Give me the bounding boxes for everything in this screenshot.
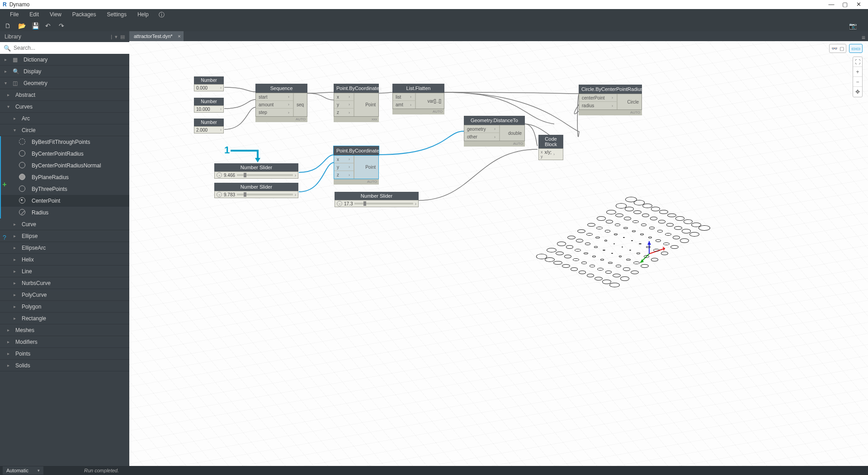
menu-edit[interactable]: Edit bbox=[24, 9, 44, 20]
lib-node-bythreepoints[interactable]: ByThreePoints bbox=[0, 183, 129, 195]
lib-node-byplaneradius[interactable]: ByPlaneRadius bbox=[0, 171, 129, 183]
lib-cat-meshes[interactable]: ▸Meshes bbox=[0, 324, 129, 336]
axis-gizmo bbox=[640, 240, 676, 267]
save-icon[interactable]: 💾 bbox=[32, 22, 45, 29]
glasses-icon: 👓 bbox=[831, 46, 838, 52]
lib-node-centerpoint[interactable]: CenterPoint bbox=[0, 195, 129, 207]
info-icon[interactable]: ⓘ bbox=[159, 11, 168, 19]
window-title: Dynamo bbox=[9, 1, 30, 8]
open-icon[interactable]: 📂 bbox=[18, 22, 32, 29]
menu-settings[interactable]: Settings bbox=[102, 9, 132, 20]
menubar: File Edit View Packages Settings Help ⓘ bbox=[0, 9, 868, 20]
statusbar: Automatic ▾ Run completed. bbox=[0, 466, 868, 475]
lib-cat-polygon[interactable]: ▸Polygon bbox=[0, 301, 129, 313]
lib-cat-curve[interactable]: ▸Curve bbox=[0, 218, 129, 230]
node-listflatten[interactable]: List.Flatten list› amt› var[]..[] AUTO bbox=[392, 84, 444, 114]
menu-help[interactable]: Help bbox=[132, 9, 154, 20]
lib-node-bybestfit[interactable]: ByBestFitThroughPoints bbox=[0, 136, 129, 148]
menu-packages[interactable]: Packages bbox=[67, 9, 102, 20]
lib-cat-abstract[interactable]: ▸Abstract bbox=[0, 89, 129, 101]
lib-node-radius[interactable]: Radius bbox=[0, 207, 129, 218]
library-panel: Library | ▾ ▤ 🔍 + ? ▸▦Dictionary ▸🔍Displ… bbox=[0, 31, 129, 466]
lib-cat-ellipse[interactable]: ▸Ellipse bbox=[0, 230, 129, 242]
app-logo: R bbox=[3, 1, 7, 8]
lib-node-bycenterpointradiusnormal[interactable]: ByCenterPointRadiusNormal bbox=[0, 160, 129, 171]
node-sequence[interactable]: Sequence start› amount› step› seq AUTO bbox=[255, 84, 307, 122]
view-3d-button[interactable]: 👓▢ bbox=[829, 44, 846, 53]
node-distanceto[interactable]: Geometry.DistanceTo geometry› other› dou… bbox=[464, 116, 525, 147]
lib-cat-solids[interactable]: ▸Solids bbox=[0, 360, 129, 371]
view-toggle-bar: 👓▢ ▭▭ bbox=[829, 44, 863, 53]
toolbar: 🗋 📂 💾 ↶ ↷ 📷 bbox=[0, 20, 868, 31]
node-pointbycoords-2[interactable]: Point.ByCoordinates x› y› z› Point AUTO bbox=[334, 146, 379, 185]
new-icon[interactable]: 🗋 bbox=[5, 22, 18, 29]
library-header: Library | ▾ ▤ bbox=[0, 31, 129, 42]
close-button[interactable]: ✕ bbox=[852, 0, 865, 9]
lib-cat-dictionary[interactable]: ▸▦Dictionary bbox=[0, 54, 129, 66]
node-codeblock[interactable]: Code Block x y x/y; › bbox=[538, 135, 563, 160]
library-gutter: + ? bbox=[0, 180, 9, 241]
menu-view[interactable]: View bbox=[44, 9, 67, 20]
lib-node-bycenterpointradius[interactable]: ByCenterPointRadius bbox=[0, 148, 129, 160]
redo-icon[interactable]: ↷ bbox=[59, 22, 72, 29]
lib-cat-circle[interactable]: ▾Circle bbox=[0, 124, 129, 136]
lib-cat-rectangle[interactable]: ▸Rectangle bbox=[0, 313, 129, 324]
tabbar: attractorTest.dyn* × ≡ bbox=[129, 31, 868, 41]
slider-expand-icon[interactable]: ⌄ bbox=[217, 172, 222, 178]
run-mode-selector[interactable]: Automatic ▾ bbox=[3, 466, 43, 475]
cube-icon: ▢ bbox=[840, 46, 844, 52]
workspace[interactable]: attractorTest.dyn* × ≡ 👓▢ ▭▭ ⛶ + − ✥ bbox=[129, 31, 868, 466]
node-circle[interactable]: Circle.ByCenterPointRadius centerPoint› … bbox=[579, 85, 642, 115]
search-input[interactable] bbox=[14, 45, 126, 51]
graph-icon: ▭▭ bbox=[851, 46, 860, 52]
tab-menu-icon[interactable]: ≡ bbox=[862, 34, 868, 41]
menu-file[interactable]: File bbox=[5, 9, 24, 20]
node-number-1[interactable]: Number 0.000› bbox=[194, 76, 224, 91]
zoom-out-button[interactable]: − bbox=[853, 77, 862, 87]
lib-cat-nurbscurve[interactable]: ▸NurbsCurve bbox=[0, 277, 129, 289]
maximize-button[interactable]: ▢ bbox=[838, 0, 852, 9]
library-search[interactable]: 🔍 bbox=[0, 42, 129, 54]
add-icon[interactable]: + bbox=[2, 180, 6, 189]
lib-filter-icon[interactable]: ▾ bbox=[115, 34, 118, 40]
pan-button[interactable]: ✥ bbox=[853, 87, 862, 97]
tab-close-icon[interactable]: × bbox=[178, 33, 180, 39]
lib-cat-modifiers[interactable]: ▸Modifiers bbox=[0, 336, 129, 348]
zoom-bar: ⛶ + − ✥ bbox=[853, 57, 863, 97]
lib-cat-arc[interactable]: ▸Arc bbox=[0, 113, 129, 124]
minimize-button[interactable]: — bbox=[825, 0, 838, 9]
node-slider-2[interactable]: Number Slider ⌄ 9.783 › bbox=[214, 183, 298, 198]
node-pointbycoords-1[interactable]: Point.ByCoordinates x› y› z› Point xxx bbox=[334, 84, 379, 122]
node-number-2[interactable]: Number 10.000› bbox=[194, 98, 224, 113]
lib-sort-icon[interactable]: | bbox=[111, 34, 112, 39]
tab-active[interactable]: attractorTest.dyn* × bbox=[129, 31, 184, 41]
node-slider-1[interactable]: Number Slider ⌄ 9.466 › bbox=[214, 163, 298, 179]
lib-cat-ellipsearc[interactable]: ▸EllipseArc bbox=[0, 242, 129, 254]
geometry-preview bbox=[554, 195, 807, 385]
lib-cat-line[interactable]: ▸Line bbox=[0, 266, 129, 277]
help-icon[interactable]: ? bbox=[3, 234, 6, 241]
svg-marker-5 bbox=[647, 241, 651, 245]
lib-cat-polycurve[interactable]: ▸PolyCurve bbox=[0, 289, 129, 301]
zoom-fit-button[interactable]: ⛶ bbox=[853, 57, 862, 67]
screenshot-icon[interactable]: 📷 bbox=[849, 22, 863, 29]
status-message: Run completed. bbox=[84, 468, 119, 473]
node-number-3[interactable]: Number 2.000› bbox=[194, 119, 224, 133]
search-icon: 🔍 bbox=[4, 45, 11, 52]
zoom-in-button[interactable]: + bbox=[853, 67, 862, 77]
lib-cat-curves[interactable]: ▾Curves bbox=[0, 101, 129, 113]
lib-view-icon[interactable]: ▤ bbox=[120, 34, 125, 40]
slider-expand-icon[interactable]: ⌄ bbox=[337, 201, 342, 206]
annotation-1: 1 bbox=[224, 144, 230, 156]
titlebar: R Dynamo — ▢ ✕ bbox=[0, 0, 868, 9]
slider-expand-icon[interactable]: ⌄ bbox=[217, 192, 222, 197]
lib-cat-display[interactable]: ▸🔍Display bbox=[0, 66, 129, 77]
lib-cat-points[interactable]: ▸Points bbox=[0, 348, 129, 360]
view-graph-button[interactable]: ▭▭ bbox=[849, 44, 863, 53]
lib-cat-geometry[interactable]: ▾◫Geometry bbox=[0, 77, 129, 89]
chevron-down-icon: ▾ bbox=[38, 468, 40, 473]
undo-icon[interactable]: ↶ bbox=[45, 22, 59, 29]
node-slider-3[interactable]: Number Slider ⌄ 17.3 › bbox=[335, 192, 419, 207]
lib-cat-helix[interactable]: ▸Helix bbox=[0, 254, 129, 266]
